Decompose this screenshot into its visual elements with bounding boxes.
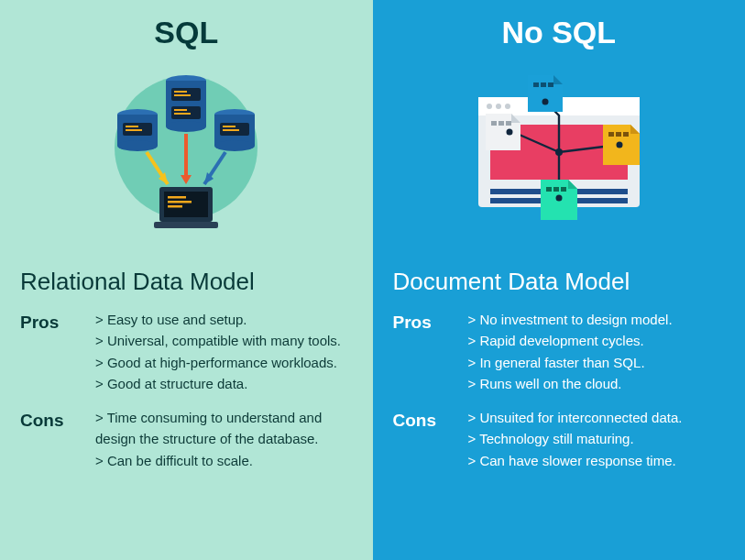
svg-rect-43 bbox=[491, 121, 497, 126]
svg-rect-28 bbox=[168, 201, 192, 203]
svg-rect-41 bbox=[541, 82, 546, 87]
nosql-panel: No SQL bbox=[373, 0, 746, 560]
svg-rect-26 bbox=[164, 192, 208, 217]
comparison-diagram: SQL bbox=[0, 0, 745, 560]
list-item: Rapid development cycles. bbox=[468, 330, 726, 351]
pros-label: Pros bbox=[20, 309, 86, 394]
nosql-pros-cons-table: Pros No investment to design model. Rapi… bbox=[393, 309, 726, 471]
list-item: Technology still maturing. bbox=[468, 428, 726, 449]
pros-label: Pros bbox=[393, 309, 459, 394]
svg-rect-42 bbox=[548, 82, 553, 87]
sql-panel: SQL bbox=[0, 0, 373, 560]
sql-pros-list: Easy to use and setup. Universal, compat… bbox=[95, 309, 353, 394]
list-item: Good at high-performance workloads. bbox=[95, 352, 353, 373]
list-item: No investment to design model. bbox=[468, 309, 726, 330]
sql-title: SQL bbox=[20, 15, 353, 50]
svg-rect-27 bbox=[168, 196, 186, 199]
svg-rect-17 bbox=[174, 91, 187, 93]
cons-label: Cons bbox=[393, 407, 459, 471]
svg-rect-46 bbox=[608, 132, 614, 137]
sql-model-heading: Relational Data Model bbox=[20, 268, 353, 296]
svg-rect-14 bbox=[166, 81, 206, 126]
svg-point-15 bbox=[166, 121, 206, 132]
svg-point-39 bbox=[555, 148, 563, 156]
sql-pros-cons-table: Pros Easy to use and setup. Universal, c… bbox=[20, 309, 353, 471]
sql-cons-list: Time consuming to understand and design … bbox=[95, 407, 353, 471]
svg-point-52 bbox=[506, 128, 512, 135]
list-item: Universal, compatible with many tools. bbox=[95, 330, 353, 351]
list-item: Runs well on the cloud. bbox=[468, 373, 726, 394]
svg-rect-44 bbox=[498, 121, 504, 126]
svg-point-3 bbox=[117, 140, 158, 151]
svg-point-55 bbox=[555, 194, 562, 201]
svg-rect-11 bbox=[223, 126, 236, 127]
svg-rect-47 bbox=[616, 132, 621, 137]
nosql-pros-list: No investment to design model. Rapid dev… bbox=[468, 309, 726, 394]
svg-rect-48 bbox=[623, 132, 629, 137]
svg-point-53 bbox=[616, 141, 622, 148]
svg-rect-18 bbox=[174, 94, 191, 96]
list-item: Good at structure data. bbox=[95, 373, 353, 394]
list-item: Can be difficult to scale. bbox=[95, 450, 353, 471]
svg-rect-29 bbox=[168, 205, 182, 208]
nosql-title: No SQL bbox=[393, 15, 726, 50]
list-item: Unsuited for interconnected data. bbox=[468, 407, 726, 428]
svg-rect-50 bbox=[553, 187, 559, 192]
list-item: Can have slower response time. bbox=[468, 450, 726, 471]
svg-rect-20 bbox=[174, 109, 187, 111]
svg-rect-45 bbox=[506, 121, 511, 126]
svg-point-54 bbox=[542, 98, 548, 104]
list-item: In general faster than SQL. bbox=[468, 352, 726, 373]
list-item: Time consuming to understand and design … bbox=[95, 407, 353, 450]
svg-rect-5 bbox=[126, 126, 138, 127]
svg-rect-6 bbox=[126, 129, 142, 131]
svg-rect-49 bbox=[546, 187, 552, 192]
list-item: Easy to use and setup. bbox=[95, 309, 353, 330]
svg-point-9 bbox=[214, 140, 255, 151]
svg-rect-30 bbox=[154, 222, 218, 228]
nosql-illustration-icon bbox=[393, 58, 726, 255]
svg-point-34 bbox=[496, 104, 501, 109]
svg-point-35 bbox=[505, 104, 510, 109]
svg-point-33 bbox=[487, 104, 492, 109]
nosql-cons-list: Unsuited for interconnected data. Techno… bbox=[468, 407, 726, 471]
cons-label: Cons bbox=[20, 407, 86, 471]
nosql-model-heading: Document Data Model bbox=[393, 268, 726, 296]
svg-rect-12 bbox=[223, 129, 239, 131]
sql-illustration-icon bbox=[20, 58, 353, 255]
svg-rect-21 bbox=[174, 113, 191, 115]
svg-rect-40 bbox=[533, 82, 539, 87]
svg-rect-51 bbox=[561, 187, 566, 192]
